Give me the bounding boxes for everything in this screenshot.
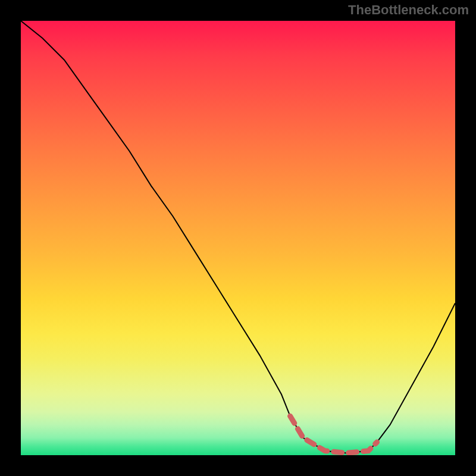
plot-area <box>21 21 455 455</box>
chart-svg <box>21 21 455 455</box>
bottleneck-line <box>21 21 455 453</box>
watermark-text: TheBottleneck.com <box>348 2 469 18</box>
optimal-range-marker <box>290 416 377 453</box>
